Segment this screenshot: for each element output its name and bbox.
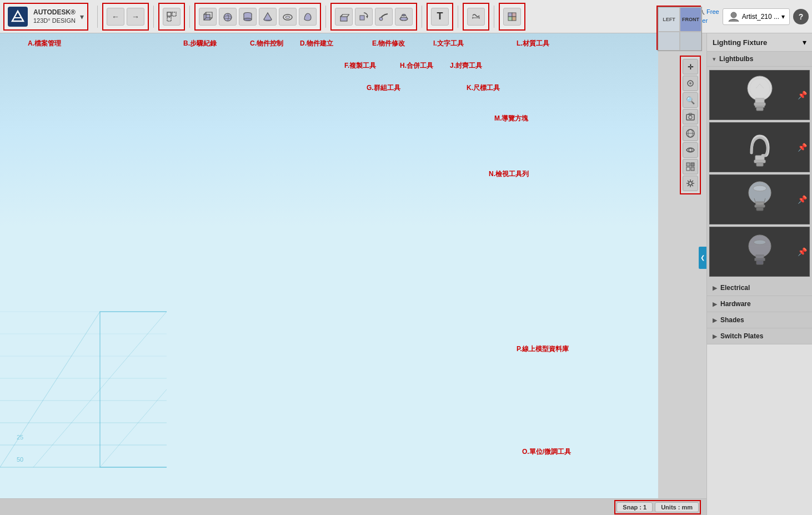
object-modify-section <box>330 3 417 31</box>
svg-rect-19 <box>360 16 364 20</box>
svg-rect-94 <box>755 258 765 261</box>
bulb-pin-2: 📌 <box>798 143 807 152</box>
panel-title: Lighting Fixture <box>713 38 767 47</box>
svg-rect-95 <box>756 261 763 264</box>
object-build-section <box>194 3 321 31</box>
bulb-item-4[interactable]: 📌 <box>709 227 810 277</box>
svg-point-64 <box>689 116 692 119</box>
label-P: P.線上模型資料庫 <box>517 344 569 354</box>
zoom-tool-btn[interactable]: 🔍 <box>683 92 698 108</box>
text-tool-section: T <box>427 3 453 31</box>
label-G: G.群組工具 <box>367 83 400 93</box>
bulb-pin-3: 📌 <box>798 195 807 204</box>
switch-plates-chevron: ▶ <box>713 333 717 340</box>
bulb-item-1[interactable]: 📌 <box>709 70 810 120</box>
dimension-button[interactable] <box>467 8 485 26</box>
svg-text:25: 25 <box>17 434 23 441</box>
cube-face-bottom-right[interactable] <box>680 32 701 51</box>
text-tool-button[interactable]: T <box>431 8 449 26</box>
panel-header: Lighting Fixture ▾ <box>707 33 812 52</box>
torus-tool-button[interactable] <box>279 8 297 26</box>
svg-rect-89 <box>756 207 763 211</box>
switch-plates-label: Switch Plates <box>720 332 763 340</box>
right-panel-scroll[interactable]: ▾ Lightbulbs 📌 <box>707 52 812 515</box>
units-status: Units : mm <box>655 502 699 512</box>
camera-tool-btn[interactable] <box>683 109 698 124</box>
visibility-btn[interactable] <box>683 142 698 158</box>
panel-expand-arrow[interactable]: ❮ <box>699 247 706 269</box>
revolve-button[interactable] <box>355 8 373 26</box>
svg-rect-3 <box>167 17 171 21</box>
label-F: F.複製工具 <box>344 61 376 71</box>
lightbulbs-chevron: ▾ <box>713 56 716 63</box>
label-A: A.檔案管理 <box>28 39 61 48</box>
svg-line-42 <box>0 312 100 467</box>
cylinder-tool-button[interactable] <box>239 8 257 26</box>
svg-marker-18 <box>366 15 368 18</box>
app-dropdown[interactable]: ▾ <box>80 12 84 21</box>
undo-button[interactable]: ← <box>107 8 124 26</box>
render-mode-btn[interactable] <box>683 159 698 174</box>
svg-rect-86 <box>755 205 765 207</box>
freeform-tool-button[interactable] <box>299 8 317 26</box>
dimension-tool-section <box>463 3 489 31</box>
label-H: H.合併工具 <box>400 61 433 71</box>
user-dropdown[interactable]: Artist_210 ... ▾ <box>723 8 790 25</box>
lightbulbs-section-header[interactable]: ▾ Lightbulbs <box>707 52 812 67</box>
electrical-chevron: ▶ <box>713 284 717 292</box>
status-bar-container: Snap : 1 Units : mm <box>614 500 701 514</box>
switch-plates-section-header[interactable]: ▶ Switch Plates <box>707 328 812 344</box>
extrude-button[interactable] <box>335 8 353 26</box>
box-tool-button[interactable] <box>199 8 217 26</box>
cube-face-front[interactable]: FRONT <box>680 7 701 32</box>
panel-dropdown-button[interactable]: ▾ <box>803 38 806 47</box>
undo-redo-section: ← → <box>102 3 149 31</box>
cone-tool-button[interactable] <box>259 8 277 26</box>
bulb-pin-4: 📌 <box>798 247 807 256</box>
bottom-bar: Snap : 1 Units : mm <box>0 498 706 515</box>
svg-rect-70 <box>686 163 690 166</box>
svg-point-15 <box>285 16 290 18</box>
label-C: C.物件控制 <box>250 39 283 48</box>
bulb-item-2[interactable]: 📌 <box>709 122 810 172</box>
divider-5 <box>422 6 422 28</box>
cube-face-bottom-left[interactable] <box>658 32 680 51</box>
snap-tool-button[interactable] <box>163 8 181 26</box>
sweep-button[interactable] <box>375 8 393 26</box>
shades-section-header[interactable]: ▶ Shades <box>707 312 812 328</box>
loft-button[interactable] <box>395 8 413 26</box>
sphere-tool-button[interactable] <box>219 8 237 26</box>
move-tool-btn[interactable]: ✛ <box>683 59 698 74</box>
redo-button[interactable]: → <box>127 8 144 26</box>
cube-face-left[interactable]: LEFT <box>658 7 680 32</box>
divider-2 <box>153 6 154 28</box>
electrical-section-header[interactable]: ▶ Electrical <box>707 280 812 296</box>
label-M: M.導覽方塊 <box>494 114 528 123</box>
svg-rect-29 <box>512 13 516 17</box>
bulb-pin-1: 📌 <box>798 91 807 99</box>
divider-3 <box>189 6 190 28</box>
material-button[interactable] <box>503 8 521 26</box>
svg-point-74 <box>689 182 692 185</box>
divider-6 <box>458 6 458 28</box>
svg-point-20 <box>379 17 383 21</box>
object-control-section <box>158 3 185 31</box>
svg-rect-83 <box>756 163 763 166</box>
orbit-tool-btn[interactable] <box>683 76 698 91</box>
svg-rect-82 <box>754 160 765 163</box>
divider-7 <box>494 6 494 28</box>
label-D: D.物件建立 <box>300 39 333 48</box>
nav-cube[interactable]: LEFT FRONT <box>656 6 701 50</box>
autodesk-logo-icon <box>8 7 28 27</box>
perspective-btn[interactable] <box>683 126 698 141</box>
hardware-section-header[interactable]: ▶ Hardware <box>707 296 812 312</box>
svg-rect-76 <box>755 98 764 103</box>
svg-rect-73 <box>691 167 694 171</box>
svg-rect-81 <box>755 156 764 160</box>
snap-status: Snap : 1 <box>616 502 653 512</box>
svg-point-6 <box>224 13 232 21</box>
help-button[interactable]: ? <box>793 9 809 24</box>
bulb-item-3[interactable]: 📌 <box>709 174 810 224</box>
settings-view-btn[interactable] <box>683 176 698 191</box>
lightbulbs-label: Lightbulbs <box>719 55 753 63</box>
